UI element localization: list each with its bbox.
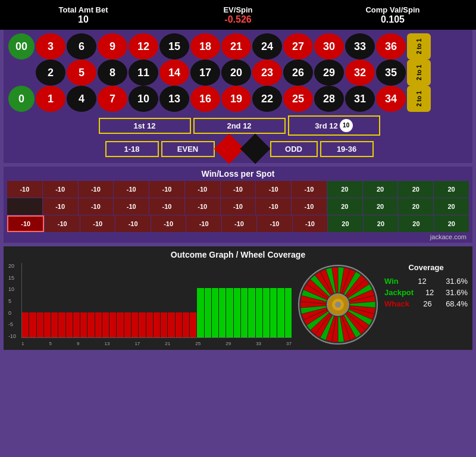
cell-31[interactable]: 31 <box>345 86 375 112</box>
winloss-section: Win/Loss per Spot -10 -10 -10 -10 -10 -1… <box>4 167 472 243</box>
wl-r3c11: 20 <box>399 215 433 232</box>
bet-3rd12-label: 3rd 12 <box>315 121 337 130</box>
wl-r2c5: -10 <box>185 198 220 215</box>
bar <box>22 312 29 337</box>
cell-18[interactable]: 18 <box>190 33 220 60</box>
bar <box>37 312 43 337</box>
wl-r2c7: -10 <box>256 198 291 215</box>
wl-r3c9: 20 <box>328 215 362 232</box>
cell-19[interactable]: 19 <box>221 86 251 112</box>
bar <box>87 312 94 337</box>
cell-28[interactable]: 28 <box>314 86 344 112</box>
bar <box>80 312 87 337</box>
ev-spin-value: -0.526 <box>161 14 315 25</box>
cell-36[interactable]: 36 <box>376 33 406 60</box>
cell-3[interactable]: 3 <box>36 33 65 60</box>
cell-35[interactable]: 35 <box>376 60 406 86</box>
bar <box>124 312 131 337</box>
wl-r2c3: -10 <box>114 198 149 215</box>
bar <box>109 312 116 337</box>
cell-32[interactable]: 32 <box>345 60 375 86</box>
cell-24[interactable]: 24 <box>252 33 282 60</box>
cell-20[interactable]: 20 <box>221 60 251 86</box>
cell-5[interactable]: 5 <box>67 60 96 86</box>
coverage-win-pct: 31.6% <box>446 277 468 286</box>
cell-00[interactable]: 00 <box>8 33 35 60</box>
cell-14[interactable]: 14 <box>159 60 189 86</box>
wl-r2c12: 20 <box>434 198 469 215</box>
bar <box>146 312 153 337</box>
bet-3rd12[interactable]: 3rd 12 10 <box>288 115 380 136</box>
winloss-row-1: -10 -10 -10 -10 -10 -10 -10 -10 -10 20 2… <box>7 181 469 198</box>
ev-spin-label: EV/Spin <box>161 5 315 14</box>
wl-r2c0 <box>7 198 42 215</box>
cell-8[interactable]: 8 <box>98 60 127 86</box>
cell-23[interactable]: 23 <box>252 60 282 86</box>
winloss-row-3: -10 -10 -10 -10 -10 -10 -10 -10 -10 20 2… <box>7 215 469 232</box>
roulette-wheel <box>296 263 380 346</box>
coverage-jackpot-count: 12 <box>425 288 434 297</box>
cell-2[interactable]: 2 <box>36 60 65 86</box>
wl-r2c8: -10 <box>292 198 327 215</box>
bet-2to1-top[interactable]: 2 to 1 <box>407 33 431 60</box>
bet-1936[interactable]: 19-36 <box>320 141 374 157</box>
cell-30[interactable]: 30 <box>314 33 344 60</box>
wl-r1c13: 20 <box>434 181 469 198</box>
wl-r3c10: 20 <box>364 215 398 232</box>
outcome-body: 20 15 10 5 0 -5 -10 15913172125293337 <box>8 263 468 346</box>
outcome-section: Outcome Graph / Wheel Coverage 20 15 10 … <box>4 246 472 350</box>
cell-11[interactable]: 11 <box>129 60 158 86</box>
bar <box>176 312 182 337</box>
cell-15[interactable]: 15 <box>159 33 189 60</box>
black-diamond[interactable] <box>240 134 271 164</box>
cell-25[interactable]: 25 <box>283 86 313 112</box>
wheel-svg <box>296 263 380 346</box>
bet-odd[interactable]: ODD <box>270 141 318 157</box>
bet-2nd12[interactable]: 2nd 12 <box>193 118 286 134</box>
bar <box>263 288 270 337</box>
cell-17[interactable]: 17 <box>190 60 220 86</box>
cell-1[interactable]: 1 <box>36 86 65 112</box>
cell-7[interactable]: 7 <box>98 86 127 112</box>
cell-27[interactable]: 27 <box>283 33 313 60</box>
cell-26[interactable]: 26 <box>283 60 313 86</box>
bar <box>226 288 233 337</box>
cell-21[interactable]: 21 <box>221 33 251 60</box>
cell-16[interactable]: 16 <box>190 86 220 112</box>
total-amt-bet-value: 10 <box>6 14 161 25</box>
coverage-win-row: Win 12 31.6% <box>384 277 468 286</box>
cell-12[interactable]: 12 <box>129 33 158 60</box>
wl-r1c8: -10 <box>256 181 291 198</box>
winloss-grid: -10 -10 -10 -10 -10 -10 -10 -10 -10 20 2… <box>7 181 469 232</box>
cell-4[interactable]: 4 <box>67 86 96 112</box>
bet-118[interactable]: 1-18 <box>105 141 159 157</box>
cell-34[interactable]: 34 <box>376 86 406 112</box>
cell-22[interactable]: 22 <box>252 86 282 112</box>
bet-2to1-mid[interactable]: 2 to 1 <box>407 60 431 86</box>
bar <box>168 312 174 337</box>
comp-val-spin-col: Comp Val/Spin 0.105 <box>315 5 470 25</box>
cell-0[interactable]: 0 <box>8 86 35 112</box>
bet-1st12[interactable]: 1st 12 <box>99 118 191 134</box>
bar <box>161 312 167 337</box>
coverage-whack-pct: 68.4% <box>446 299 468 308</box>
coverage-whack-label: Whack <box>384 299 409 308</box>
cell-6[interactable]: 6 <box>67 33 96 60</box>
bar <box>183 312 189 337</box>
cell-33[interactable]: 33 <box>345 33 375 60</box>
cell-13[interactable]: 13 <box>159 86 189 112</box>
cell-29[interactable]: 29 <box>314 60 344 86</box>
wl-r2c6: -10 <box>221 198 256 215</box>
roulette-table: 00 3 6 9 12 15 18 21 24 27 30 33 36 2 to… <box>4 30 472 163</box>
bet-2to1-bot[interactable]: 2 to 1 <box>407 86 431 112</box>
wl-r3c6: -10 <box>222 215 256 232</box>
wl-r3c4: -10 <box>151 215 186 232</box>
coverage-area: Coverage Win 12 31.6% Jackpot 12 31.6% W… <box>384 263 468 311</box>
wl-r1c11: 20 <box>363 181 398 198</box>
cell-10[interactable]: 10 <box>129 86 158 112</box>
bet-even[interactable]: EVEN <box>161 141 215 157</box>
bar <box>285 288 292 337</box>
bar <box>256 288 262 337</box>
x-axis-labels: 15913172125293337 <box>21 341 292 346</box>
cell-9[interactable]: 9 <box>98 33 127 60</box>
